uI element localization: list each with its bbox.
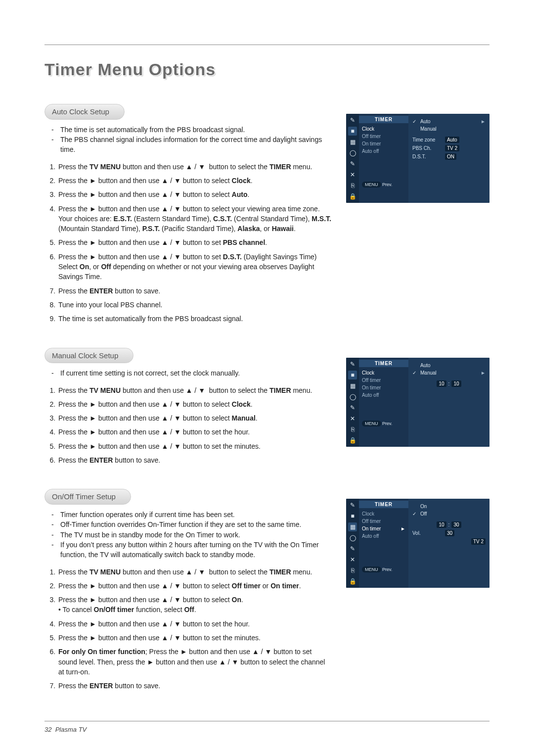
osd-panel: ✓Auto► Manual Time zoneAuto PBS Ch.TV 2 … bbox=[408, 114, 490, 203]
page: Timer Menu Options Auto Clock Setup The … bbox=[0, 0, 534, 756]
onoff-step-3: Press the ► button and then use ▲ / ▼ bu… bbox=[57, 595, 331, 615]
section-auto-text: Auto Clock Setup The time is set automat… bbox=[44, 104, 331, 328]
onoff-step-1: Press the TV MENU button and then use ▲ … bbox=[57, 567, 331, 577]
osd-item: Clock bbox=[359, 125, 408, 133]
auto-step-6: Press the ► button and then use ▲ / ▼ bu… bbox=[57, 252, 331, 282]
onoff-step-6: For only On timer function; Press the ► … bbox=[57, 647, 331, 677]
osd-auto: ✎ ■ ▦ ◯ ✎ ✕ ⎘ 🔒 TIMER Clock Off timer On… bbox=[346, 114, 490, 203]
osd-icon: ✎ bbox=[348, 159, 357, 168]
auto-step-5: Press the ► button and then use ▲ / ▼ bu… bbox=[57, 237, 331, 247]
onoff-header: On/Off Timer Setup bbox=[44, 489, 131, 505]
osd-icon: ⎘ bbox=[348, 181, 357, 190]
osd-onoff: ✎ ■ ▦ ◯ ✎ ✕ ⎘ 🔒 TIMER Clock Off timer On… bbox=[346, 499, 490, 588]
manual-step-6: Press the ENTER button to save. bbox=[57, 455, 331, 465]
right-icon: ► bbox=[89, 177, 96, 185]
manual-step-4: Press the ► button and then use ▲ / ▼ bu… bbox=[57, 427, 331, 437]
osd-icon: 🔒 bbox=[348, 192, 357, 201]
manual-bullet: If current time setting is not correct, … bbox=[54, 368, 331, 378]
osd-item: On timer bbox=[359, 140, 408, 147]
osd-icon: ✕ bbox=[348, 170, 357, 179]
section-auto: Auto Clock Setup The time is set automat… bbox=[44, 104, 490, 328]
auto-step-4: Press the ► button and then use ▲ / ▼ bu… bbox=[57, 204, 331, 234]
onoff-step-4: Press the ► button and then use ▲ / ▼ bu… bbox=[57, 619, 331, 629]
auto-bullet-2: The PBS channel signal includes informat… bbox=[54, 135, 331, 155]
manual-step-3: Press the ► button and then use ▲ / ▼ bu… bbox=[57, 413, 331, 423]
right-icon: ► bbox=[481, 119, 486, 124]
osd-manual: ✎ ■ ▦ ◯ ✎ ✕ ⎘ 🔒 TIMER Clock Off timer On… bbox=[346, 358, 490, 447]
page-footer: 32 Plasma TV bbox=[44, 726, 87, 733]
auto-bullets: The time is set automatically from the P… bbox=[44, 125, 331, 155]
osd-iconbar: ✎ ■ ▦ ◯ ✎ ✕ ⎘ 🔒 bbox=[346, 114, 359, 203]
down-icon: ▼ bbox=[198, 163, 205, 171]
auto-step-1: Press the TV MENU button and then use ▲ … bbox=[57, 162, 331, 172]
osd-icon: ◯ bbox=[348, 148, 357, 157]
auto-step-7: Press the ENTER button to save. bbox=[57, 286, 331, 296]
onoff-step-2: Press the ► button and then use ▲ / ▼ bu… bbox=[57, 581, 331, 591]
top-rule bbox=[44, 45, 490, 45]
manual-step-2: Press the ► button and then use ▲ / ▼ bu… bbox=[57, 399, 331, 409]
osd-icon: ✎ bbox=[348, 116, 357, 125]
auto-step-9: The time is set automatically from the P… bbox=[57, 314, 331, 324]
osd-header: TIMER bbox=[359, 116, 408, 123]
osd1-wrap: ✎ ■ ▦ ◯ ✎ ✕ ⎘ 🔒 TIMER Clock Off timer On… bbox=[346, 104, 490, 203]
auto-step-2: Press the ► button and then use ▲ / ▼ bu… bbox=[57, 176, 331, 186]
osd-icon: ■ bbox=[348, 127, 357, 136]
auto-steps: Press the TV MENU button and then use ▲ … bbox=[44, 162, 331, 324]
auto-step-8: Tune into your local PBS channel. bbox=[57, 300, 331, 310]
bottom-rule bbox=[44, 721, 490, 721]
manual-step-5: Press the ► button and then use ▲ / ▼ bu… bbox=[57, 441, 331, 451]
auto-bullet-1: The time is set automatically from the P… bbox=[54, 125, 331, 135]
auto-step-3: Press the ► button and then use ▲ / ▼ bu… bbox=[57, 189, 331, 199]
section-onoff: On/Off Timer Setup Timer function operat… bbox=[44, 489, 490, 695]
manual-step-1: Press the TV MENU button and then use ▲ … bbox=[57, 385, 331, 395]
osd-footer: MENU Prev. bbox=[359, 180, 408, 189]
manual-header: Manual Clock Setup bbox=[44, 348, 134, 364]
osd-icon: ▦ bbox=[348, 138, 357, 146]
page-title: Timer Menu Options bbox=[44, 60, 490, 79]
osd-list: TIMER Clock Off timer On timer Auto off … bbox=[359, 114, 408, 203]
section-manual: Manual Clock Setup If current time setti… bbox=[44, 348, 490, 470]
up-icon: ▲ bbox=[186, 163, 193, 171]
osd-item: Auto off bbox=[359, 147, 408, 155]
check-icon: ✓ bbox=[412, 119, 417, 124]
onoff-step-7: Press the ENTER button to save. bbox=[57, 681, 331, 691]
osd-item: Off timer bbox=[359, 133, 408, 140]
onoff-step-5: Press the ► button and then use ▲ / ▼ bu… bbox=[57, 633, 331, 643]
auto-header: Auto Clock Setup bbox=[44, 104, 125, 120]
